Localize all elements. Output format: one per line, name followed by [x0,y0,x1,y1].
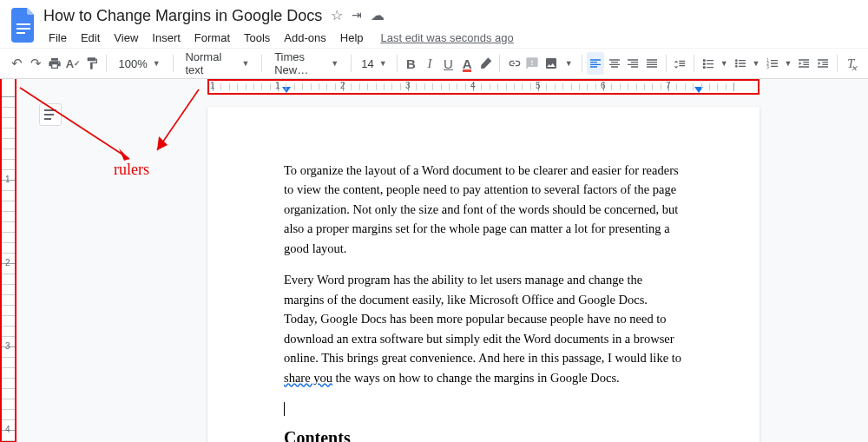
star-icon[interactable]: ☆ [331,9,343,23]
vertical-ruler[interactable]: 1234 [0,79,16,442]
svg-rect-0 [16,23,30,25]
contents-heading[interactable]: Contents [284,425,683,442]
menu-help[interactable]: Help [335,30,369,46]
paragraph-style-dropdown[interactable]: Normal text▼ [178,52,256,75]
text-color-button[interactable]: A [458,52,476,75]
body-paragraph[interactable]: Every Word program has the ability to le… [284,270,683,387]
right-indent-marker[interactable] [694,87,703,93]
insert-link-button[interactable] [505,52,523,75]
menu-addons[interactable]: Add-ons [279,30,331,46]
menu-edit[interactable]: Edit [76,30,105,46]
menu-view[interactable]: View [108,30,143,46]
app-header: How to Change Margins in Google Docs ☆ ⇥… [0,0,868,48]
grammar-suggestion[interactable]: share you [284,371,332,385]
line-spacing-button[interactable] [671,52,688,75]
menu-bar: File Edit View Insert Format Tools Add-o… [43,28,859,47]
svg-rect-1 [16,28,30,30]
align-left-button[interactable] [587,52,604,75]
document-outline-button[interactable] [39,103,62,126]
numbered-list-button[interactable]: 123▼ [764,52,794,75]
document-canvas[interactable]: To organize the layout of a Word documen… [16,95,868,442]
page: To organize the layout of a Word documen… [207,107,760,442]
paint-format-button[interactable] [83,52,101,75]
text-cursor [284,402,285,416]
workspace: 1234 11234567 To organize the layout of … [0,79,868,442]
bulleted-list-button[interactable]: ▼ [732,52,762,75]
toolbar: ↶ ↷ A✓ 100%▼ Normal text▼ Times New…▼ 14… [0,48,868,79]
menu-insert[interactable]: Insert [147,30,186,46]
spellcheck-button[interactable]: A✓ [65,52,82,75]
svg-text:3: 3 [766,65,769,69]
align-justify-button[interactable] [643,52,661,75]
zoom-dropdown[interactable]: 100%▼ [111,52,167,75]
clear-formatting-button[interactable]: T✕ [842,52,859,75]
add-comment-button[interactable] [524,52,542,75]
font-dropdown[interactable]: Times New…▼ [267,52,345,75]
svg-point-4 [735,63,738,65]
insert-image-button[interactable] [542,52,560,75]
align-right-button[interactable] [625,52,642,75]
document-title[interactable]: How to Change Margins in Google Docs [43,7,322,25]
decrease-indent-button[interactable] [795,52,812,75]
move-icon[interactable]: ⇥ [352,9,362,23]
italic-button[interactable]: I [421,52,438,75]
svg-point-5 [735,65,738,68]
increase-indent-button[interactable] [814,52,832,75]
cloud-status-icon[interactable]: ☁ [371,9,385,23]
menu-format[interactable]: Format [189,30,235,46]
checklist-button[interactable]: ▼ [700,52,730,75]
horizontal-ruler[interactable]: 11234567 [207,79,760,95]
highlight-button[interactable] [477,52,495,75]
svg-rect-2 [16,32,25,34]
menu-tools[interactable]: Tools [239,30,275,46]
underline-button[interactable]: U [440,52,457,75]
last-edit-link[interactable]: Last edit was seconds ago [381,31,514,44]
font-size-dropdown[interactable]: 14▼ [357,52,391,75]
print-button[interactable] [46,52,63,75]
image-options-dropdown[interactable]: ▼ [562,52,576,75]
redo-button[interactable]: ↷ [28,52,45,75]
align-center-button[interactable] [606,52,623,75]
undo-button[interactable]: ↶ [9,52,26,75]
docs-logo[interactable] [9,5,40,45]
menu-file[interactable]: File [43,30,72,46]
svg-point-3 [735,59,738,62]
body-paragraph[interactable]: To organize the layout of a Word documen… [284,161,683,258]
bold-button[interactable]: B [403,52,420,75]
